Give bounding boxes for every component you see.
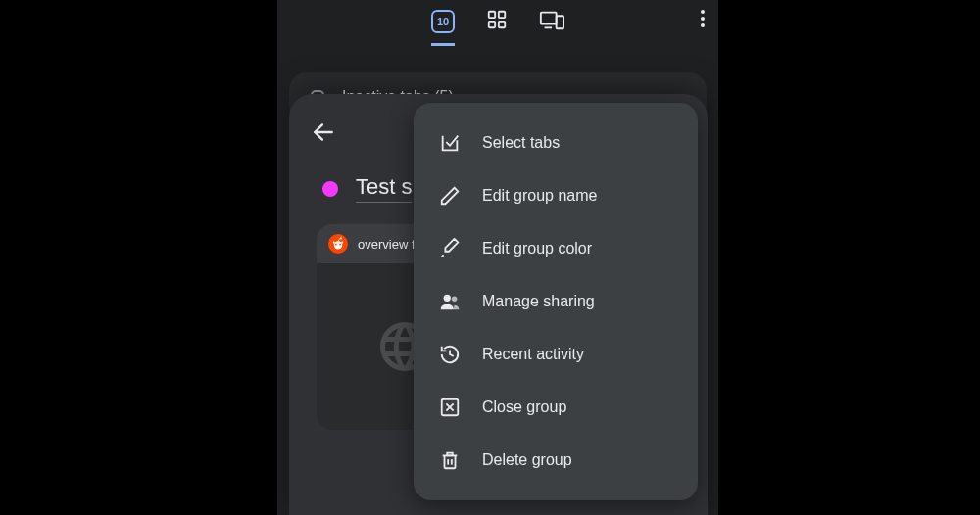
svg-point-9 bbox=[701, 23, 705, 27]
top-toolbar: 10 bbox=[277, 0, 718, 43]
checkbox-icon bbox=[439, 132, 461, 154]
menu-label: Edit group color bbox=[482, 240, 592, 258]
svg-line-16 bbox=[338, 238, 340, 241]
menu-select-tabs[interactable]: Select tabs bbox=[414, 117, 698, 169]
trash-icon bbox=[439, 449, 461, 471]
menu-recent-activity[interactable]: Recent activity bbox=[414, 328, 698, 381]
svg-point-14 bbox=[333, 242, 335, 244]
tab-groups-button[interactable] bbox=[486, 9, 508, 34]
close-box-icon bbox=[439, 397, 461, 418]
svg-point-15 bbox=[341, 242, 343, 244]
svg-rect-5 bbox=[557, 16, 564, 28]
svg-point-17 bbox=[340, 237, 342, 239]
svg-point-11 bbox=[334, 241, 342, 249]
menu-close-group[interactable]: Close group bbox=[414, 381, 698, 434]
menu-label: Close group bbox=[482, 398, 566, 416]
more-vert-icon bbox=[701, 10, 705, 27]
menu-manage-sharing[interactable]: Manage sharing bbox=[414, 275, 698, 328]
menu-edit-color[interactable]: Edit group color bbox=[414, 222, 698, 275]
tab-count-icon: 10 bbox=[431, 10, 455, 33]
menu-label: Manage sharing bbox=[482, 293, 595, 310]
svg-point-13 bbox=[339, 244, 341, 246]
menu-label: Delete group bbox=[482, 451, 572, 469]
history-icon bbox=[439, 344, 461, 365]
svg-point-12 bbox=[335, 244, 337, 246]
svg-point-8 bbox=[701, 17, 705, 21]
menu-label: Recent activity bbox=[482, 346, 584, 363]
more-options-button[interactable] bbox=[701, 10, 705, 31]
pencil-icon bbox=[439, 185, 461, 207]
menu-label: Select tabs bbox=[482, 134, 560, 152]
svg-rect-1 bbox=[499, 12, 505, 18]
svg-rect-0 bbox=[489, 12, 495, 18]
svg-rect-2 bbox=[489, 22, 495, 27]
grid-icon bbox=[486, 9, 508, 30]
menu-edit-name[interactable]: Edit group name bbox=[414, 169, 698, 222]
svg-point-7 bbox=[701, 10, 705, 14]
eyedropper-icon bbox=[439, 238, 461, 259]
people-icon bbox=[439, 291, 461, 312]
arrow-left-icon bbox=[311, 119, 336, 145]
menu-label: Edit group name bbox=[482, 187, 597, 205]
back-button[interactable] bbox=[311, 119, 336, 149]
menu-delete-group[interactable]: Delete group bbox=[414, 434, 698, 487]
reddit-favicon bbox=[328, 234, 348, 254]
group-context-menu: Select tabs Edit group name Edit group c… bbox=[414, 103, 698, 500]
svg-rect-4 bbox=[541, 13, 557, 24]
devices-icon bbox=[539, 9, 564, 30]
svg-point-19 bbox=[452, 297, 458, 303]
tab-title-label: overview f bbox=[358, 237, 416, 252]
tabs-view-button[interactable]: 10 bbox=[431, 10, 455, 46]
svg-rect-3 bbox=[499, 22, 505, 27]
group-color-dot[interactable] bbox=[322, 181, 338, 197]
group-name-input[interactable]: Test s bbox=[356, 174, 412, 203]
svg-point-18 bbox=[444, 295, 451, 302]
synced-devices-button[interactable] bbox=[539, 9, 564, 34]
